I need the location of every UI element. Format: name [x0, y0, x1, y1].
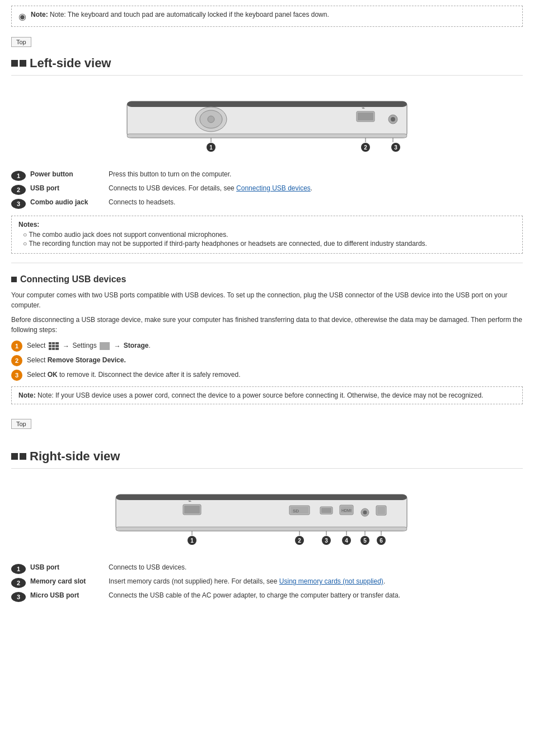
component-row-3: 3 Combo audio jack Connects to headsets.	[11, 198, 523, 209]
step-text-1: Select → Settings → Storage.	[27, 340, 151, 351]
svg-rect-30	[321, 508, 331, 513]
right-component-name-1: USB port	[30, 563, 109, 571]
notes-item-1: The combo audio jack does not support co…	[23, 231, 516, 239]
svg-rect-37	[377, 507, 385, 514]
svg-point-10	[391, 117, 395, 122]
right-component-desc-2: Insert memory cards (not supplied) here.…	[109, 577, 523, 585]
right-component-number-2: 2	[11, 578, 26, 588]
divider-1	[11, 263, 523, 263]
usb-note-text: Note: Note: If your USB device uses a po…	[18, 391, 483, 399]
svg-text:SD: SD	[293, 508, 299, 514]
svg-text:1: 1	[209, 144, 213, 151]
settings-icon	[100, 342, 110, 350]
svg-text:⌁: ⌁	[362, 105, 365, 111]
right-component-number-1: 1	[11, 564, 26, 574]
ok-label: OK	[48, 371, 58, 379]
right-side-component-list: 1 USB port Connects to USB devices. 2 Me…	[11, 563, 523, 602]
right-component-name-2: Memory card slot	[30, 577, 109, 585]
svg-rect-24	[184, 506, 200, 514]
step-row-2: 2 Select Remove Storage Device.	[11, 355, 523, 366]
step-num-3: 3	[11, 370, 22, 381]
component-desc-3: Connects to headsets.	[109, 198, 523, 206]
subsection-icon	[11, 277, 17, 282]
connecting-usb-title: Connecting USB devices	[11, 274, 523, 284]
svg-text:3: 3	[394, 144, 397, 151]
svg-text:3: 3	[325, 538, 328, 544]
right-component-desc-1: Connects to USB devices.	[109, 563, 523, 571]
right-component-number-3: 3	[11, 592, 26, 602]
left-side-title: Left-side view	[11, 56, 523, 76]
svg-text:4: 4	[345, 538, 348, 544]
svg-text:5: 5	[363, 538, 367, 544]
right-side-title: Right-side view	[11, 449, 523, 469]
note-icon: ◉	[18, 11, 26, 22]
svg-text:2: 2	[298, 538, 301, 544]
component-row-2: 2 USB port Connects to USB devices. For …	[11, 184, 523, 195]
svg-point-5	[208, 116, 214, 123]
step-row-3: 3 Select OK to remove it. Disconnect the…	[11, 370, 523, 381]
svg-rect-7	[358, 113, 373, 120]
memory-card-link[interactable]: Using memory cards (not supplied)	[279, 577, 383, 585]
right-component-row-3: 3 Micro USB port Connects the USB cable …	[11, 591, 523, 602]
top-note-box: ◉ Note: Note: The keyboard and touch pad…	[11, 6, 523, 27]
component-row-1: 1 Power button Press this button to turn…	[11, 170, 523, 181]
svg-rect-2	[127, 134, 407, 138]
svg-rect-21	[116, 494, 407, 500]
notes-title: Notes:	[18, 221, 516, 228]
usb-intro-1: Your computer comes with two USB ports c…	[11, 290, 523, 310]
svg-text:⌁: ⌁	[188, 498, 191, 504]
left-laptop-svg: ⌁ 1 2 3	[93, 85, 441, 157]
component-number-1: 1	[11, 171, 26, 181]
top-button-2[interactable]: Top	[11, 419, 31, 429]
right-side-diagram: ⌁ SD HDMI 1 2 3 4	[11, 478, 523, 552]
left-side-notes: Notes: The combo audio jack does not sup…	[11, 216, 523, 254]
step-text-3: Select OK to remove it. Disconnect the d…	[27, 370, 241, 380]
storage-label: Storage	[124, 342, 149, 349]
component-desc-2: Connects to USB devices. For details, se…	[109, 184, 523, 192]
top-button-1[interactable]: Top	[11, 37, 31, 47]
left-side-component-list: 1 Power button Press this button to turn…	[11, 170, 523, 209]
svg-text:2: 2	[364, 144, 367, 151]
right-component-desc-3: Connects the USB cable of the AC power a…	[109, 591, 523, 599]
usb-link[interactable]: Connecting USB devices	[236, 184, 311, 192]
grid-icon	[49, 342, 59, 350]
notes-list: The combo audio jack does not support co…	[18, 231, 516, 248]
component-name-1: Power button	[30, 170, 109, 178]
right-component-row-1: 1 USB port Connects to USB devices.	[11, 563, 523, 574]
step1-select-label: Select	[27, 342, 48, 349]
component-name-2: USB port	[30, 184, 109, 192]
section-icon-right	[11, 453, 26, 460]
svg-text:HDMI: HDMI	[341, 508, 352, 512]
component-number-2: 2	[11, 185, 26, 195]
section-icon-left	[11, 60, 26, 67]
svg-text:6: 6	[380, 538, 383, 544]
arrow-icon-1: →	[63, 341, 69, 351]
component-number-3: 3	[11, 199, 26, 209]
arrow-icon-2: →	[114, 341, 120, 351]
step-row-1: 1 Select → Settings → Storage.	[11, 340, 523, 352]
right-component-name-3: Micro USB port	[30, 591, 109, 599]
left-side-diagram: ⌁ 1 2 3	[11, 85, 523, 159]
svg-text:1: 1	[190, 538, 194, 544]
step-num-1: 1	[11, 340, 22, 352]
step-num-2: 2	[11, 355, 22, 366]
component-desc-1: Press this button to turn on the compute…	[109, 170, 523, 178]
settings-label: Settings	[72, 342, 96, 349]
right-laptop-svg: ⌁ SD HDMI 1 2 3 4	[88, 478, 446, 550]
notes-item-2: The recording function may not be suppor…	[23, 240, 516, 248]
usb-steps: 1 Select → Settings → Storage. 2 Select …	[11, 340, 523, 381]
right-component-row-2: 2 Memory card slot Insert memory cards (…	[11, 577, 523, 588]
svg-point-35	[363, 511, 367, 515]
usb-intro-2: Before disconnecting a USB storage devic…	[11, 315, 523, 335]
top-note-text: Note: Note: The keyboard and touch pad a…	[31, 11, 329, 18]
remove-storage-label: Remove Storage Device.	[48, 356, 126, 364]
svg-rect-22	[116, 527, 407, 531]
component-name-3: Combo audio jack	[30, 198, 109, 206]
step-text-2: Select Remove Storage Device.	[27, 355, 126, 365]
svg-rect-1	[127, 101, 407, 107]
usb-note-box: Note: Note: If your USB device uses a po…	[11, 386, 523, 404]
